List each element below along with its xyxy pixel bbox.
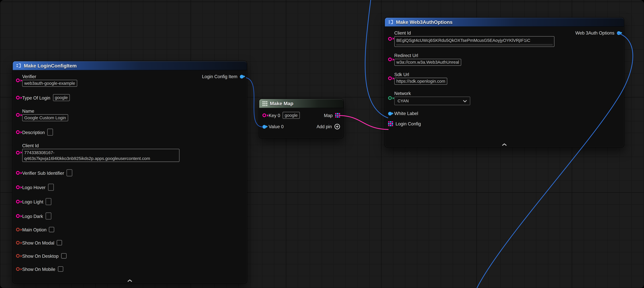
white-label-pin[interactable] bbox=[388, 112, 392, 115]
logo-hover-pin[interactable] bbox=[16, 185, 20, 189]
logo-hover-input[interactable] bbox=[48, 184, 54, 191]
chevron-down-icon bbox=[463, 100, 467, 102]
main-option-pin[interactable] bbox=[16, 228, 20, 231]
collapse-chevron-icon[interactable] bbox=[502, 143, 507, 146]
description-pin[interactable] bbox=[16, 130, 20, 134]
sdk-url-label: Sdk Url bbox=[394, 72, 447, 77]
show-on-modal-pin[interactable] bbox=[16, 241, 20, 244]
name-pin[interactable] bbox=[16, 113, 20, 117]
logo-dark-input[interactable] bbox=[46, 212, 51, 219]
pin-row-login-config: Login Config bbox=[388, 121, 620, 126]
web3auth-options-output-pin[interactable] bbox=[617, 31, 620, 35]
output-pin-label: Web 3Auth Options bbox=[575, 31, 614, 36]
editor-window: Make LoginConfigItem Login Config Item V… bbox=[0, 0, 644, 288]
node-make-web3authoptions[interactable]: Make Web3AuthOptions Web 3Auth Options C… bbox=[384, 17, 624, 148]
show-on-mobile-label: Show On Mobile bbox=[22, 266, 56, 271]
pin-row-show-on-desktop: Show On Desktop bbox=[16, 253, 244, 258]
client-id-label: Client Id bbox=[394, 31, 554, 36]
login-config-pin[interactable] bbox=[388, 121, 393, 126]
description-input[interactable] bbox=[47, 129, 53, 136]
logo-light-input[interactable] bbox=[46, 198, 52, 205]
redirect-url-input[interactable]: w3a://com.w3a.Web3AuthUnreal bbox=[394, 59, 461, 66]
make-struct-icon bbox=[16, 63, 22, 68]
description-label: Description bbox=[22, 130, 45, 135]
value0-pin[interactable] bbox=[262, 125, 266, 128]
pin-row-description: Description bbox=[16, 129, 244, 136]
show-on-desktop-label: Show On Desktop bbox=[22, 253, 59, 258]
logo-light-pin[interactable] bbox=[16, 200, 20, 203]
pin-row-main-option: Main Option bbox=[16, 227, 244, 232]
verifier-sub-identifier-input[interactable] bbox=[66, 169, 72, 176]
network-dropdown[interactable]: CYAN bbox=[394, 97, 470, 105]
value0-label: Value 0 bbox=[269, 124, 284, 129]
node-make-map[interactable]: Make Map Key 0 google Map Value 0 bbox=[259, 99, 344, 138]
network-label: Network bbox=[394, 91, 470, 96]
login-config-item-output-pin[interactable] bbox=[240, 75, 244, 78]
verifier-input[interactable]: web3auth-google-example bbox=[22, 80, 77, 87]
pin-row-show-on-mobile: Show On Mobile bbox=[16, 266, 244, 272]
key0-label: Key 0 bbox=[269, 113, 280, 118]
client-id-input[interactable]: 774338308167-q463s7kpvja16l4l0kko3nb925i… bbox=[22, 149, 180, 162]
pin-row-logo-dark: Logo Dark bbox=[16, 212, 244, 219]
pin-row-value0-addpin: Value 0 Add pin bbox=[262, 124, 340, 129]
output-row-web3auth-options: Web 3Auth Options bbox=[575, 31, 620, 36]
node-title: Make Web3AuthOptions bbox=[396, 19, 452, 25]
client-id-label: Client Id bbox=[22, 143, 180, 148]
show-on-modal-label: Show On Modal bbox=[22, 240, 54, 245]
pin-row-logo-hover: Logo Hover bbox=[16, 184, 244, 191]
client-id-input[interactable]: BEglQSgt4cUWcj6SKRdu5QkOXTsePmMcusG5EAoy… bbox=[394, 36, 554, 47]
pin-row-client-id: Client Id 774338308167-q463s7kpvja16l4l0… bbox=[16, 143, 244, 162]
key0-input[interactable]: google bbox=[283, 112, 300, 119]
show-on-mobile-pin[interactable] bbox=[16, 267, 20, 271]
add-pin-label: Add pin bbox=[316, 124, 332, 129]
node-title: Make LoginConfigItem bbox=[24, 63, 76, 68]
wire-map-to-loginconfig[interactable] bbox=[339, 115, 388, 129]
pin-row-name: Name Google Custom Login bbox=[16, 108, 244, 121]
show-on-modal-checkbox[interactable] bbox=[57, 240, 62, 245]
output-row-login-config-item: Login Config Item bbox=[202, 74, 244, 79]
map-output-pin[interactable] bbox=[335, 113, 340, 118]
login-config-label: Login Config bbox=[396, 121, 421, 126]
blueprint-graph[interactable]: Make LoginConfigItem Login Config Item V… bbox=[0, 0, 644, 288]
client-id-pin[interactable] bbox=[16, 151, 20, 154]
collapse-chevron-icon[interactable] bbox=[127, 279, 133, 282]
verifier-sub-identifier-label: Verifier Sub Identifier bbox=[22, 170, 64, 175]
pin-row-key0-map: Key 0 google Map bbox=[262, 112, 340, 119]
input-scrollbar[interactable] bbox=[396, 44, 553, 46]
sdk-url-pin[interactable] bbox=[388, 76, 392, 80]
logo-light-label: Logo Light bbox=[22, 199, 43, 204]
network-pin[interactable] bbox=[388, 96, 392, 100]
name-input[interactable]: Google Custom Login bbox=[22, 114, 68, 121]
node-title: Make Map bbox=[270, 101, 293, 106]
add-pin-icon[interactable] bbox=[334, 124, 340, 129]
network-dropdown-value: CYAN bbox=[398, 99, 409, 103]
type-of-login-label: Type Of Login bbox=[22, 95, 50, 100]
make-struct-icon bbox=[388, 19, 394, 25]
show-on-mobile-checkbox[interactable] bbox=[58, 266, 63, 272]
pin-row-redirect-url: Redirect Url w3a://com.w3a.Web3AuthUnrea… bbox=[388, 53, 620, 66]
node-make-loginconfigitem[interactable]: Make LoginConfigItem Login Config Item V… bbox=[12, 61, 247, 283]
main-option-checkbox[interactable] bbox=[49, 227, 54, 232]
show-on-desktop-checkbox[interactable] bbox=[61, 253, 66, 258]
pin-row-logo-light: Logo Light bbox=[16, 198, 244, 205]
pin-row-network: Network CYAN bbox=[388, 91, 620, 105]
type-of-login-input[interactable]: google bbox=[53, 94, 70, 101]
node-header[interactable]: Make Map bbox=[259, 99, 343, 108]
type-of-login-pin[interactable] bbox=[16, 96, 20, 99]
client-id-pin[interactable] bbox=[388, 37, 392, 40]
sdk-url-input[interactable]: https://sdk.openlogin.com bbox=[394, 78, 447, 85]
show-on-desktop-pin[interactable] bbox=[16, 254, 20, 258]
pin-row-show-on-modal: Show On Modal bbox=[16, 240, 244, 245]
key0-pin[interactable] bbox=[262, 113, 266, 117]
verifier-sub-identifier-pin[interactable] bbox=[16, 171, 20, 175]
logo-dark-pin[interactable] bbox=[16, 214, 20, 218]
redirect-url-pin[interactable] bbox=[388, 58, 392, 61]
verifier-pin[interactable] bbox=[16, 78, 20, 82]
node-header[interactable]: Make LoginConfigItem bbox=[13, 61, 247, 70]
node-header[interactable]: Make Web3AuthOptions bbox=[385, 18, 624, 27]
logo-hover-label: Logo Hover bbox=[22, 185, 46, 190]
redirect-url-label: Redirect Url bbox=[394, 53, 461, 58]
pin-row-white-label: White Label bbox=[388, 111, 620, 116]
name-label: Name bbox=[22, 108, 68, 113]
pin-row-sdk-url: Sdk Url https://sdk.openlogin.com bbox=[388, 72, 620, 85]
